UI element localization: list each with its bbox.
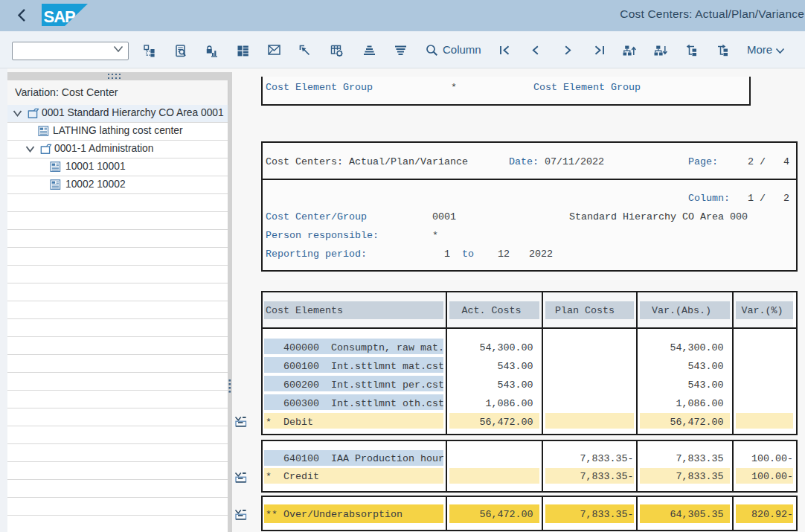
svg-text:SAP: SAP [44,7,76,26]
